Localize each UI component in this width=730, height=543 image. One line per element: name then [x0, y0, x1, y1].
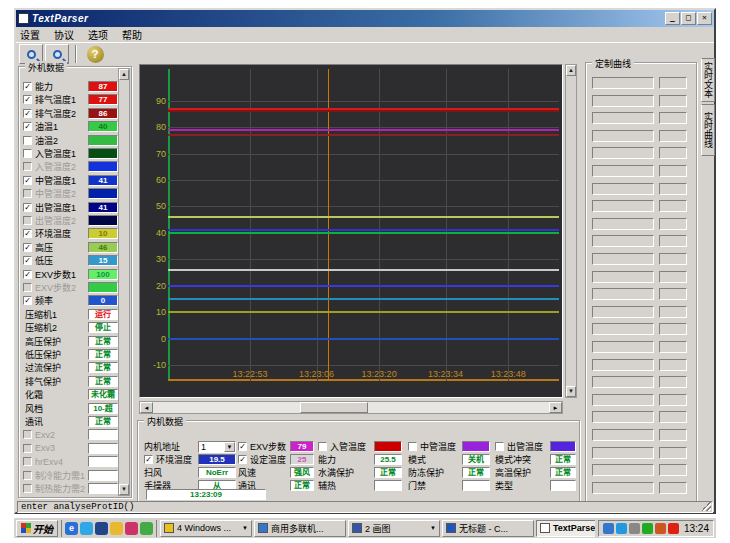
custom-curve-value-box[interactable]	[659, 447, 687, 459]
scroll-down-icon[interactable]: ▼	[119, 484, 129, 495]
antivirus-tray-icon[interactable]	[642, 523, 653, 534]
custom-curve-name-box[interactable]	[592, 183, 654, 195]
indoor-checkbox[interactable]	[408, 442, 417, 451]
custom-curve-name-box[interactable]	[592, 235, 654, 247]
custom-curve-name-box[interactable]	[592, 464, 654, 476]
outlook-icon[interactable]	[110, 522, 123, 535]
sensor-checkbox[interactable]: ✓	[23, 243, 32, 252]
custom-curve-name-box[interactable]	[592, 447, 654, 459]
help-button[interactable]: ?	[83, 44, 107, 64]
resize-grip-icon[interactable]	[701, 501, 711, 511]
sensor-checkbox[interactable]: ✓	[23, 229, 32, 238]
custom-curve-value-box[interactable]	[659, 253, 687, 265]
custom-curve-value-box[interactable]	[659, 376, 687, 388]
custom-curve-value-box[interactable]	[659, 306, 687, 318]
tab-realtime-text[interactable]: 实时文本	[701, 58, 715, 102]
sensor-checkbox[interactable]	[23, 471, 32, 480]
custom-curve-name-box[interactable]	[592, 429, 654, 441]
custom-curve-name-box[interactable]	[592, 253, 654, 265]
sensor-checkbox[interactable]	[23, 216, 32, 225]
sensor-checkbox[interactable]	[23, 162, 32, 171]
custom-curve-value-box[interactable]	[659, 95, 687, 107]
custom-curve-name-box[interactable]	[592, 130, 654, 142]
custom-curve-name-box[interactable]	[592, 323, 654, 335]
custom-curve-name-box[interactable]	[592, 95, 654, 107]
custom-curve-value-box[interactable]	[659, 147, 687, 159]
chart-vertical-scrollbar[interactable]: ▲ ▼	[565, 64, 577, 398]
indoor-checkbox[interactable]: ✓	[144, 455, 153, 464]
menu-item[interactable]: 设置	[20, 27, 40, 42]
taskbar-button[interactable]: 4 Windows ...▼	[160, 520, 252, 537]
minimize-button[interactable]: _	[665, 12, 680, 25]
custom-curve-name-box[interactable]	[592, 341, 654, 353]
custom-curve-name-box[interactable]	[592, 394, 654, 406]
taskbar-button[interactable]: 商用多联机...	[254, 520, 346, 537]
security-icon[interactable]	[125, 522, 138, 535]
scroll-up-icon[interactable]: ▲	[119, 69, 129, 80]
sensor-checkbox[interactable]	[23, 444, 32, 453]
custom-curve-value-box[interactable]	[659, 288, 687, 300]
custom-curve-value-box[interactable]	[659, 235, 687, 247]
messenger-icon[interactable]	[80, 522, 93, 535]
sensor-checkbox[interactable]	[23, 149, 32, 158]
custom-curve-name-box[interactable]	[592, 271, 654, 283]
custom-curve-value-box[interactable]	[659, 359, 687, 371]
custom-curve-value-box[interactable]	[659, 200, 687, 212]
custom-curve-name-box[interactable]	[592, 482, 654, 494]
restore-button[interactable]: □	[681, 12, 696, 25]
sensor-checkbox[interactable]	[23, 457, 32, 466]
sensor-checkbox[interactable]: ✓	[23, 176, 32, 185]
taskbar-button[interactable]: TextParser	[536, 520, 595, 537]
chart-scroll-down-icon[interactable]: ▼	[566, 386, 576, 397]
custom-curve-value-box[interactable]	[659, 323, 687, 335]
menu-item[interactable]: 帮助	[122, 27, 142, 42]
custom-curve-value-box[interactable]	[659, 394, 687, 406]
sensor-checkbox[interactable]	[23, 283, 32, 292]
sensor-checkbox[interactable]	[23, 484, 32, 493]
media-player-icon[interactable]	[95, 522, 108, 535]
chart-scroll-up-icon[interactable]: ▲	[566, 65, 576, 76]
custom-curve-name-box[interactable]	[592, 376, 654, 388]
network-icon[interactable]	[616, 523, 627, 534]
menu-item[interactable]: 选项	[88, 27, 108, 42]
chevron-down-icon[interactable]: ▼	[224, 442, 235, 452]
menu-item[interactable]: 协议	[54, 27, 74, 42]
indoor-checkbox[interactable]: ✓	[238, 455, 247, 464]
ie-icon[interactable]: e	[65, 522, 78, 535]
custom-curve-value-box[interactable]	[659, 429, 687, 441]
custom-curve-name-box[interactable]	[592, 77, 654, 89]
custom-curve-name-box[interactable]	[592, 306, 654, 318]
taskbar-button[interactable]: 2 画图▼	[348, 520, 440, 537]
monitor-tray-icon[interactable]	[655, 523, 666, 534]
chart-time-cursor[interactable]	[328, 69, 329, 381]
custom-curve-name-box[interactable]	[592, 218, 654, 230]
sensor-checkbox[interactable]	[23, 189, 32, 198]
sensor-checkbox[interactable]: ✓	[23, 109, 32, 118]
custom-curve-name-box[interactable]	[592, 200, 654, 212]
scrollbar-thumb[interactable]	[300, 402, 368, 413]
custom-curve-value-box[interactable]	[659, 464, 687, 476]
custom-curve-name-box[interactable]	[592, 359, 654, 371]
close-button[interactable]: ✕	[697, 12, 712, 25]
sensor-checkbox[interactable]	[23, 136, 32, 145]
sensor-checkbox[interactable]: ✓	[23, 82, 32, 91]
sensor-checkbox[interactable]	[23, 430, 32, 439]
custom-curve-value-box[interactable]	[659, 112, 687, 124]
custom-curve-value-box[interactable]	[659, 130, 687, 142]
chart-horizontal-scrollbar[interactable]: ◄ ►	[139, 401, 563, 414]
custom-curve-name-box[interactable]	[592, 147, 654, 159]
custom-curve-value-box[interactable]	[659, 482, 687, 494]
custom-curve-value-box[interactable]	[659, 218, 687, 230]
custom-curve-name-box[interactable]	[592, 165, 654, 177]
indoor-checkbox[interactable]	[318, 442, 327, 451]
custom-curve-value-box[interactable]	[659, 411, 687, 423]
taskbar-button[interactable]: 无标题 - C...	[442, 520, 534, 537]
custom-curve-value-box[interactable]	[659, 77, 687, 89]
antivirus-icon[interactable]	[140, 522, 153, 535]
ime-icon[interactable]	[629, 523, 640, 534]
custom-curve-name-box[interactable]	[592, 112, 654, 124]
indoor-checkbox[interactable]	[495, 442, 504, 451]
sensor-checkbox[interactable]: ✓	[23, 122, 32, 131]
chevron-down-icon[interactable]: ▼	[430, 525, 436, 531]
custom-curve-value-box[interactable]	[659, 165, 687, 177]
